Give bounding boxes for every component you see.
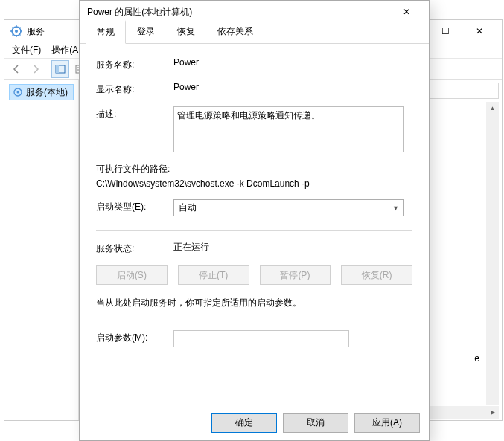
show-hide-tree-button[interactable] (51, 60, 69, 78)
scroll-up-button[interactable]: ▲ (486, 102, 499, 115)
start-button[interactable]: 启动(S) (96, 265, 168, 285)
label-start-params: 启动参数(M): (96, 330, 173, 344)
resume-button[interactable]: 恢复(R) (341, 265, 412, 285)
label-startup-type: 启动类型(E): (96, 199, 173, 213)
services-icon (10, 25, 22, 37)
tree-item-services-local[interactable]: 服务(本地) (9, 84, 74, 100)
menu-action[interactable]: 操作(A (47, 42, 83, 58)
dlg-body: 服务名称: Power 显示名称: Power 描述: 管理电源策略和电源策略通… (80, 44, 429, 405)
properties-dialog: Power 的属性(本地计算机) ✕ 常规 登录 恢复 依存关系 服务名称: P… (79, 0, 430, 441)
tab-recovery[interactable]: 恢复 (166, 20, 206, 43)
gear-icon (13, 87, 23, 97)
tree-item-label: 服务(本地) (26, 86, 68, 99)
value-exe-path: C:\Windows\system32\svchost.exe -k DcomL… (96, 178, 412, 189)
bg-letter: e (474, 353, 479, 364)
startup-type-select[interactable]: 自动 ▼ (173, 199, 404, 216)
label-service-status: 服务状态: (96, 241, 173, 255)
cancel-button[interactable]: 取消 (283, 413, 348, 433)
ok-button[interactable]: 确定 (211, 413, 277, 433)
menu-file[interactable]: 文件(F) (7, 42, 45, 58)
apply-button[interactable]: 应用(A) (354, 413, 420, 433)
toolbar-separator (48, 62, 48, 77)
close-icon: ✕ (403, 7, 410, 17)
value-service-name: Power (173, 57, 412, 68)
label-display-name: 显示名称: (96, 82, 173, 96)
close-button[interactable]: ✕ (392, 2, 421, 22)
dlg-footer: 确定 取消 应用(A) (80, 405, 429, 440)
back-button[interactable] (7, 60, 25, 78)
divider (96, 230, 412, 231)
dlg-tabs: 常规 登录 恢复 依存关系 (80, 23, 429, 44)
start-params-input[interactable] (173, 330, 349, 347)
label-description: 描述: (96, 106, 173, 120)
dlg-title: Power 的属性(本地计算机) (87, 6, 392, 19)
svg-point-8 (17, 91, 19, 94)
description-box[interactable]: 管理电源策略和电源策略通知传递。 (173, 106, 404, 152)
svg-point-1 (15, 30, 18, 33)
stop-button[interactable]: 停止(T) (178, 265, 249, 285)
label-exe-path: 可执行文件的路径: (96, 163, 412, 176)
value-service-status: 正在运行 (173, 241, 412, 254)
startup-type-value: 自动 (179, 202, 197, 214)
start-params-note: 当从此处启动服务时，你可指定所适用的启动参数。 (96, 297, 412, 309)
tab-general[interactable]: 常规 (86, 20, 126, 44)
bg-close-button[interactable]: ✕ (462, 21, 496, 42)
tab-logon[interactable]: 登录 (126, 20, 166, 43)
scroll-right-button[interactable]: ▶ (486, 406, 499, 419)
bg-maximize-button[interactable]: ☐ (429, 21, 462, 42)
bg-tree: 服务(本地) (4, 80, 79, 420)
pause-button[interactable]: 暂停(P) (260, 265, 331, 285)
tab-dependencies[interactable]: 依存关系 (206, 20, 264, 43)
svg-rect-3 (56, 65, 59, 73)
forward-button[interactable] (27, 60, 45, 78)
value-display-name: Power (173, 82, 412, 92)
chevron-down-icon: ▼ (392, 205, 399, 212)
vertical-scrollbar[interactable]: ▲ (486, 102, 499, 405)
label-service-name: 服务名称: (96, 57, 173, 71)
